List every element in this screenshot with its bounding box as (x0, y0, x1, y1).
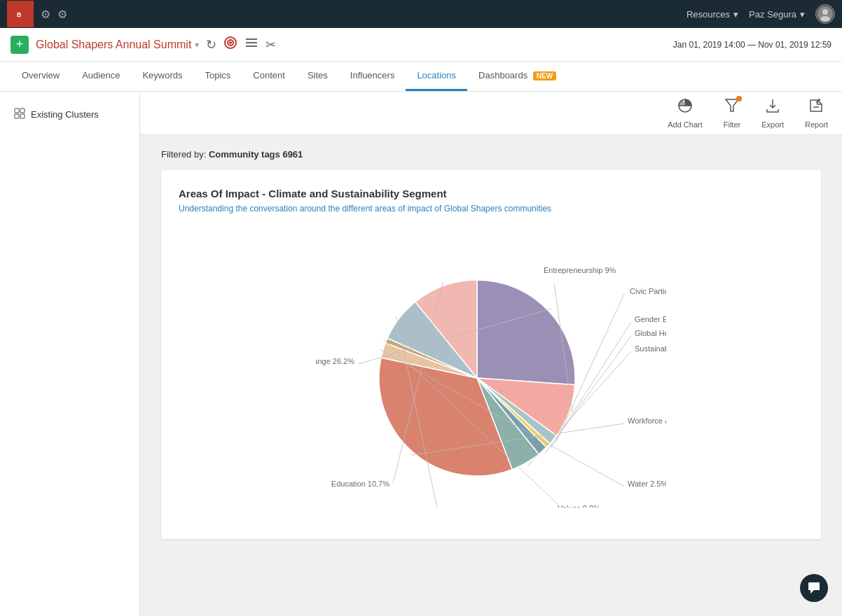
svg-text:Workforce & Employment 34.4%: Workforce & Employment 34.4% (628, 416, 666, 425)
resources-menu[interactable]: Resources ▾ (686, 9, 738, 20)
tab-overview[interactable]: Overview (11, 62, 71, 91)
svg-text:Civic Participation 1.6%: Civic Participation 1.6% (630, 287, 666, 295)
svg-text:Education 10.7%: Education 10.7% (331, 479, 389, 488)
svg-point-7 (230, 42, 231, 43)
svg-rect-13 (15, 114, 19, 118)
tab-locations[interactable]: Locations (406, 62, 467, 91)
tab-content[interactable]: Content (242, 62, 296, 91)
settings-tool-icon[interactable]: ✂ (265, 37, 276, 52)
project-name: Global Shapers Annual Summit (36, 38, 191, 51)
top-bar: B ⚙ ⚙ Resources ▾ Paz Segura ▾ (0, 0, 842, 28)
export-icon (764, 97, 781, 118)
user-avatar[interactable] (815, 4, 835, 24)
tab-influencers[interactable]: Influencers (339, 62, 406, 91)
chart-subtitle: Understanding the conversation around th… (179, 204, 803, 214)
sidebar-item-clusters[interactable]: Existing Clusters (7, 102, 132, 127)
user-name: Paz Segura (749, 9, 796, 20)
report-icon (808, 97, 824, 118)
svg-text:Gender Equality 0.8%: Gender Equality 0.8% (635, 315, 666, 323)
svg-point-4 (820, 16, 830, 22)
pie-container: Climate Change 26.2%Entrepreneurship 9%C… (179, 227, 803, 522)
project-chevron: ▾ (195, 40, 199, 50)
add-chart-label: Add Chart (668, 120, 703, 129)
chart-card: Areas Of Impact - Climate and Sustainabi… (161, 170, 821, 539)
add-chart-button[interactable]: Add Chart (668, 97, 703, 129)
settings-icon[interactable]: ⚙ (41, 8, 50, 21)
filter-icon (724, 97, 740, 118)
svg-rect-11 (15, 108, 19, 113)
filter-label: Filter (724, 120, 740, 129)
tab-topics[interactable]: Topics (193, 62, 242, 91)
top-bar-left: B ⚙ ⚙ (7, 1, 67, 27)
export-label: Export (761, 120, 784, 129)
report-button[interactable]: Report (805, 97, 828, 129)
filter-button[interactable]: Filter (724, 97, 740, 129)
config-icon[interactable]: ⚙ (57, 8, 67, 21)
svg-rect-14 (20, 114, 25, 118)
top-bar-right: Resources ▾ Paz Segura ▾ (686, 4, 835, 24)
project-title[interactable]: Global Shapers Annual Summit ▾ (36, 38, 199, 51)
add-button[interactable]: + (11, 36, 29, 54)
project-bar: + Global Shapers Annual Summit ▾ ↻ ✂ Jan… (0, 28, 842, 62)
svg-text:Global Health 1.6%: Global Health 1.6% (635, 329, 666, 337)
svg-rect-12 (20, 108, 25, 113)
tab-keywords[interactable]: Keywords (131, 62, 193, 91)
chart-title: Areas Of Impact - Climate and Sustainabi… (179, 188, 803, 200)
list-icon[interactable] (244, 36, 258, 53)
chat-button[interactable] (800, 574, 828, 602)
brand-logo: B (7, 1, 34, 27)
user-chevron: ▾ (800, 9, 805, 20)
main-content: Add Chart Filter Export (140, 92, 842, 616)
svg-text:Water 2.5%: Water 2.5% (628, 479, 666, 488)
action-bar: Add Chart Filter Export (140, 92, 842, 135)
svg-text:Sustainable Development 4.9%: Sustainable Development 4.9% (635, 344, 666, 353)
project-bar-left: + Global Shapers Annual Summit ▾ ↻ ✂ (11, 36, 276, 54)
tab-audience[interactable]: Audience (71, 62, 131, 91)
svg-text:Entrepreneurship 9%: Entrepreneurship 9% (544, 266, 616, 274)
sidebar: Existing Clusters (0, 92, 140, 616)
user-menu[interactable]: Paz Segura ▾ (749, 9, 805, 20)
export-button[interactable]: Export (761, 97, 784, 129)
pie-chart-wrapper: Climate Change 26.2%Entrepreneurship 9%C… (316, 241, 666, 507)
svg-text:Values 0.8%: Values 0.8% (558, 504, 600, 507)
refresh-icon[interactable]: ↻ (206, 37, 216, 52)
new-badge: NEW (533, 71, 556, 80)
target-icon[interactable] (223, 36, 237, 53)
tab-dashboards[interactable]: Dashboards NEW (467, 62, 567, 91)
resources-label: Resources (686, 9, 730, 20)
pie-chart: Climate Change 26.2%Entrepreneurship 9%C… (316, 241, 666, 507)
add-chart-icon (677, 97, 693, 118)
sidebar-item-label: Existing Clusters (31, 109, 99, 120)
dashboard-area: Filtered by: Community tags 6961 Areas O… (140, 135, 842, 616)
content-area: Existing Clusters Add Chart (0, 92, 842, 616)
resources-chevron: ▾ (733, 9, 738, 20)
tab-sites[interactable]: Sites (296, 62, 339, 91)
svg-text:B: B (17, 11, 22, 18)
svg-point-3 (822, 9, 828, 15)
nav-tabs: Overview Audience Keywords Topics Conten… (0, 62, 842, 92)
svg-marker-16 (726, 99, 738, 111)
filter-dot (736, 96, 742, 102)
clusters-icon (14, 108, 25, 121)
date-range: Jan 01, 2019 14:00 — Nov 01, 2019 12:59 (673, 40, 831, 50)
filter-info: Filtered by: Community tags 6961 (161, 149, 821, 160)
svg-text:Climate Change 26.2%: Climate Change 26.2% (316, 357, 354, 365)
report-label: Report (805, 120, 828, 129)
